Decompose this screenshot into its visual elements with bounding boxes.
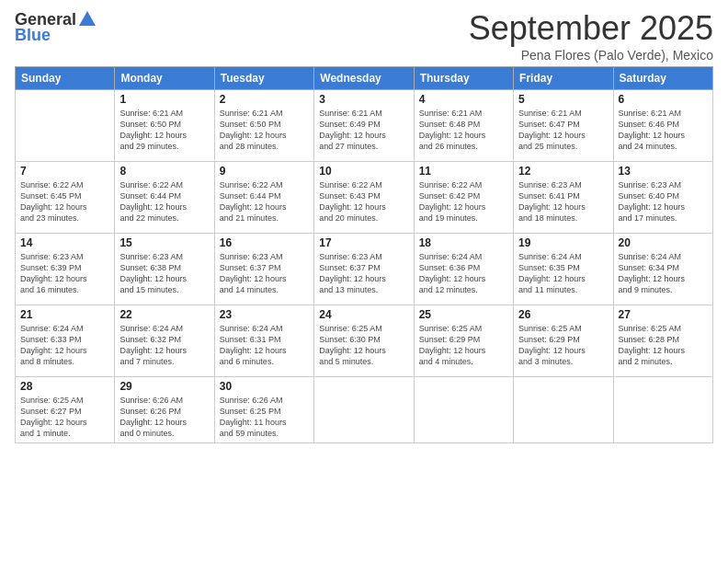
calendar-table: Sunday Monday Tuesday Wednesday Thursday… xyxy=(15,66,713,443)
title-block: September 2025 Pena Flores (Palo Verde),… xyxy=(469,9,713,63)
day-info: Sunrise: 6:21 AM Sunset: 6:46 PM Dayligh… xyxy=(619,108,708,153)
calendar-cell xyxy=(314,377,414,443)
day-number: 22 xyxy=(119,308,209,321)
calendar-cell: 10Sunrise: 6:22 AM Sunset: 6:43 PM Dayli… xyxy=(314,162,414,234)
day-info: Sunrise: 6:23 AM Sunset: 6:40 PM Dayligh… xyxy=(619,179,708,224)
calendar-week-0: 1Sunrise: 6:21 AM Sunset: 6:50 PM Daylig… xyxy=(16,90,713,162)
day-number: 21 xyxy=(20,308,109,321)
subtitle: Pena Flores (Palo Verde), Mexico xyxy=(469,48,713,63)
calendar-header-row: Sunday Monday Tuesday Wednesday Thursday… xyxy=(16,67,713,90)
calendar-cell: 5Sunrise: 6:21 AM Sunset: 6:47 PM Daylig… xyxy=(514,90,613,162)
day-info: Sunrise: 6:24 AM Sunset: 6:33 PM Dayligh… xyxy=(20,323,109,368)
calendar-week-2: 14Sunrise: 6:23 AM Sunset: 6:39 PM Dayli… xyxy=(16,234,713,305)
day-number: 24 xyxy=(319,308,408,321)
day-number: 1 xyxy=(119,93,209,106)
day-info: Sunrise: 6:22 AM Sunset: 6:43 PM Dayligh… xyxy=(319,179,408,224)
day-info: Sunrise: 6:21 AM Sunset: 6:48 PM Dayligh… xyxy=(419,108,508,153)
calendar-cell: 12Sunrise: 6:23 AM Sunset: 6:41 PM Dayli… xyxy=(514,162,613,234)
day-number: 27 xyxy=(619,308,708,321)
calendar-cell: 14Sunrise: 6:23 AM Sunset: 6:39 PM Dayli… xyxy=(16,234,115,305)
calendar-cell: 26Sunrise: 6:25 AM Sunset: 6:29 PM Dayli… xyxy=(514,305,613,377)
calendar-week-1: 7Sunrise: 6:22 AM Sunset: 6:45 PM Daylig… xyxy=(16,162,713,234)
calendar-cell xyxy=(16,90,115,162)
day-info: Sunrise: 6:24 AM Sunset: 6:31 PM Dayligh… xyxy=(220,323,309,368)
day-info: Sunrise: 6:25 AM Sunset: 6:29 PM Dayligh… xyxy=(419,323,508,368)
day-number: 26 xyxy=(518,308,608,321)
day-info: Sunrise: 6:23 AM Sunset: 6:39 PM Dayligh… xyxy=(20,251,109,296)
calendar-cell: 4Sunrise: 6:21 AM Sunset: 6:48 PM Daylig… xyxy=(414,90,513,162)
day-number: 18 xyxy=(419,236,508,249)
day-info: Sunrise: 6:23 AM Sunset: 6:37 PM Dayligh… xyxy=(319,251,408,296)
calendar-week-4: 28Sunrise: 6:25 AM Sunset: 6:27 PM Dayli… xyxy=(16,377,713,443)
day-number: 3 xyxy=(319,93,408,106)
day-number: 11 xyxy=(419,165,508,178)
logo-blue-text: Blue xyxy=(15,26,51,45)
day-info: Sunrise: 6:23 AM Sunset: 6:38 PM Dayligh… xyxy=(119,251,209,296)
day-info: Sunrise: 6:24 AM Sunset: 6:35 PM Dayligh… xyxy=(518,251,608,296)
day-number: 15 xyxy=(119,236,209,249)
day-number: 14 xyxy=(20,236,109,249)
calendar-cell: 27Sunrise: 6:25 AM Sunset: 6:28 PM Dayli… xyxy=(613,305,712,377)
logo-icon xyxy=(77,9,97,29)
calendar-cell xyxy=(613,377,712,443)
day-number: 8 xyxy=(119,165,209,178)
calendar-cell xyxy=(414,377,513,443)
calendar-cell: 23Sunrise: 6:24 AM Sunset: 6:31 PM Dayli… xyxy=(214,305,313,377)
calendar-week-3: 21Sunrise: 6:24 AM Sunset: 6:33 PM Dayli… xyxy=(16,305,713,377)
day-info: Sunrise: 6:22 AM Sunset: 6:44 PM Dayligh… xyxy=(220,179,309,224)
day-number: 30 xyxy=(220,380,309,393)
svg-marker-0 xyxy=(79,11,96,26)
day-info: Sunrise: 6:21 AM Sunset: 6:50 PM Dayligh… xyxy=(119,108,209,153)
calendar-cell: 6Sunrise: 6:21 AM Sunset: 6:46 PM Daylig… xyxy=(613,90,712,162)
day-number: 20 xyxy=(619,236,708,249)
day-info: Sunrise: 6:22 AM Sunset: 6:45 PM Dayligh… xyxy=(20,179,109,224)
day-info: Sunrise: 6:25 AM Sunset: 6:30 PM Dayligh… xyxy=(319,323,408,368)
calendar-cell: 17Sunrise: 6:23 AM Sunset: 6:37 PM Dayli… xyxy=(314,234,414,305)
month-title: September 2025 xyxy=(469,9,713,48)
calendar-cell: 18Sunrise: 6:24 AM Sunset: 6:36 PM Dayli… xyxy=(414,234,513,305)
calendar-cell: 19Sunrise: 6:24 AM Sunset: 6:35 PM Dayli… xyxy=(514,234,613,305)
calendar-cell: 15Sunrise: 6:23 AM Sunset: 6:38 PM Dayli… xyxy=(115,234,214,305)
day-number: 2 xyxy=(220,93,309,106)
day-number: 17 xyxy=(319,236,408,249)
calendar-cell: 21Sunrise: 6:24 AM Sunset: 6:33 PM Dayli… xyxy=(16,305,115,377)
calendar-cell: 7Sunrise: 6:22 AM Sunset: 6:45 PM Daylig… xyxy=(16,162,115,234)
day-number: 9 xyxy=(220,165,309,178)
day-info: Sunrise: 6:22 AM Sunset: 6:44 PM Dayligh… xyxy=(119,179,209,224)
calendar-cell xyxy=(514,377,613,443)
day-number: 6 xyxy=(619,93,708,106)
day-number: 12 xyxy=(518,165,608,178)
day-info: Sunrise: 6:21 AM Sunset: 6:49 PM Dayligh… xyxy=(319,108,408,153)
day-number: 19 xyxy=(518,236,608,249)
page: General Blue September 2025 Pena Flores … xyxy=(0,0,728,563)
day-info: Sunrise: 6:24 AM Sunset: 6:32 PM Dayligh… xyxy=(119,323,209,368)
calendar-cell: 28Sunrise: 6:25 AM Sunset: 6:27 PM Dayli… xyxy=(16,377,115,443)
day-info: Sunrise: 6:25 AM Sunset: 6:29 PM Dayligh… xyxy=(518,323,608,368)
day-number: 7 xyxy=(20,165,109,178)
calendar-cell: 25Sunrise: 6:25 AM Sunset: 6:29 PM Dayli… xyxy=(414,305,513,377)
calendar-cell: 3Sunrise: 6:21 AM Sunset: 6:49 PM Daylig… xyxy=(314,90,414,162)
day-info: Sunrise: 6:25 AM Sunset: 6:28 PM Dayligh… xyxy=(619,323,708,368)
day-info: Sunrise: 6:26 AM Sunset: 6:25 PM Dayligh… xyxy=(220,395,309,440)
header-saturday: Saturday xyxy=(613,67,712,90)
day-number: 29 xyxy=(119,380,209,393)
calendar-cell: 13Sunrise: 6:23 AM Sunset: 6:40 PM Dayli… xyxy=(613,162,712,234)
day-info: Sunrise: 6:24 AM Sunset: 6:34 PM Dayligh… xyxy=(619,251,708,296)
day-info: Sunrise: 6:24 AM Sunset: 6:36 PM Dayligh… xyxy=(419,251,508,296)
header-monday: Monday xyxy=(115,67,214,90)
day-number: 4 xyxy=(419,93,508,106)
day-number: 13 xyxy=(619,165,708,178)
day-info: Sunrise: 6:22 AM Sunset: 6:42 PM Dayligh… xyxy=(419,179,508,224)
day-info: Sunrise: 6:25 AM Sunset: 6:27 PM Dayligh… xyxy=(20,395,109,440)
calendar-cell: 8Sunrise: 6:22 AM Sunset: 6:44 PM Daylig… xyxy=(115,162,214,234)
header-thursday: Thursday xyxy=(414,67,513,90)
calendar-cell: 24Sunrise: 6:25 AM Sunset: 6:30 PM Dayli… xyxy=(314,305,414,377)
day-info: Sunrise: 6:23 AM Sunset: 6:41 PM Dayligh… xyxy=(518,179,608,224)
calendar-cell: 2Sunrise: 6:21 AM Sunset: 6:50 PM Daylig… xyxy=(214,90,313,162)
calendar-cell: 20Sunrise: 6:24 AM Sunset: 6:34 PM Dayli… xyxy=(613,234,712,305)
day-info: Sunrise: 6:23 AM Sunset: 6:37 PM Dayligh… xyxy=(220,251,309,296)
logo: General Blue xyxy=(15,9,98,45)
calendar-cell: 29Sunrise: 6:26 AM Sunset: 6:26 PM Dayli… xyxy=(115,377,214,443)
calendar-cell: 9Sunrise: 6:22 AM Sunset: 6:44 PM Daylig… xyxy=(214,162,313,234)
day-info: Sunrise: 6:21 AM Sunset: 6:47 PM Dayligh… xyxy=(518,108,608,153)
